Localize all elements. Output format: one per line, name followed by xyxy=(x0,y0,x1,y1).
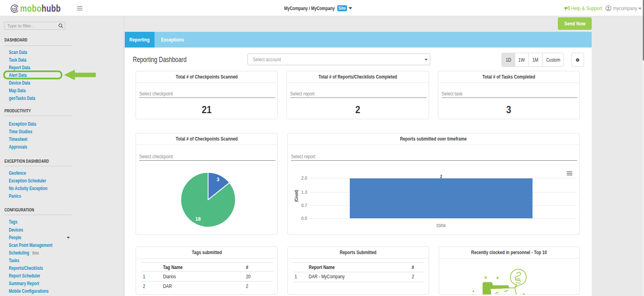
svg-text:m: m xyxy=(13,7,16,10)
svg-text:3: 3 xyxy=(217,177,219,182)
svg-text:18: 18 xyxy=(195,216,201,222)
